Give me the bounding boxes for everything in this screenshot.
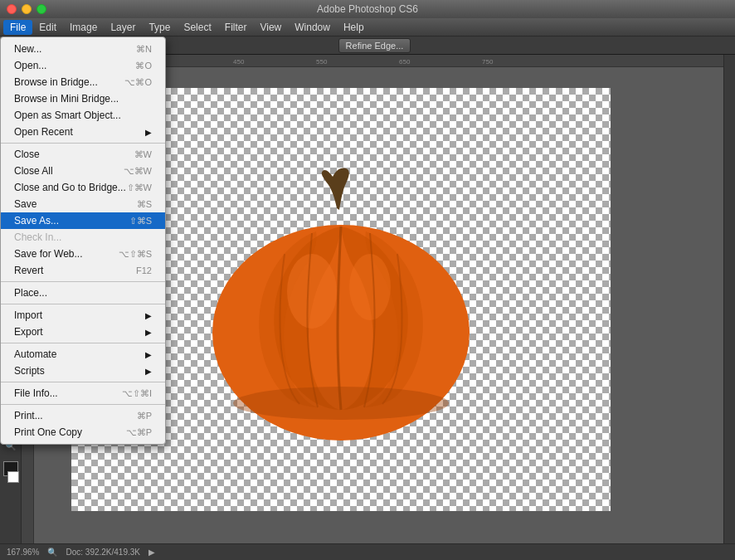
menu-item-automate[interactable]: Automate ▶ bbox=[1, 346, 165, 363]
menu-image[interactable]: Image bbox=[63, 20, 104, 35]
menu-help[interactable]: Help bbox=[337, 20, 371, 35]
menu-layer[interactable]: Layer bbox=[104, 20, 142, 35]
menu-file[interactable]: File bbox=[3, 20, 32, 35]
menu-item-browse-bridge[interactable]: Browse in Bridge... ⌥⌘O bbox=[1, 74, 165, 90]
statusbar: 167.96% 🔍 Doc: 392.2K/419.3K ▶ bbox=[0, 543, 735, 560]
menu-item-open-label: Open... bbox=[14, 60, 46, 71]
maximize-button[interactable] bbox=[37, 4, 46, 14]
menu-item-save-shortcut: ⌘S bbox=[137, 199, 152, 210]
menu-item-open-recent[interactable]: Open Recent ▶ bbox=[1, 124, 165, 140]
menu-item-close-bridge-shortcut: ⇧⌘W bbox=[127, 183, 152, 193]
ruler-tick: 650 bbox=[399, 58, 410, 66]
menu-item-file-info[interactable]: File Info... ⌥⇧⌘I bbox=[1, 385, 165, 402]
export-arrow-icon: ▶ bbox=[145, 328, 152, 337]
window-controls[interactable] bbox=[7, 4, 46, 14]
menu-type[interactable]: Type bbox=[142, 20, 177, 35]
menu-item-open-shortcut: ⌘O bbox=[135, 61, 152, 71]
doc-info: Doc: 392.2K/419.3K bbox=[66, 548, 140, 557]
menu-item-scripts[interactable]: Scripts ▶ bbox=[1, 363, 165, 379]
menubar: File Edit Image Layer Type Select Filter… bbox=[0, 18, 735, 37]
file-dropdown-overlay: New... ⌘N Open... ⌘O Browse in Bridge...… bbox=[0, 37, 166, 445]
separator-6 bbox=[1, 404, 165, 405]
menu-item-close-all-label: Close All bbox=[14, 165, 53, 177]
menu-item-print[interactable]: Print... ⌘P bbox=[1, 407, 165, 424]
background-color[interactable] bbox=[7, 471, 19, 483]
menu-item-print-one[interactable]: Print One Copy ⌥⌘P bbox=[1, 424, 165, 441]
menu-edit[interactable]: Edit bbox=[32, 20, 63, 35]
menu-item-close-shortcut: ⌘W bbox=[134, 149, 152, 160]
menu-item-print-one-shortcut: ⌥⌘P bbox=[126, 427, 152, 438]
titlebar: Adobe Photoshop CS6 bbox=[0, 0, 735, 18]
menu-item-check-in-label: Check In... bbox=[14, 231, 61, 243]
menu-item-new[interactable]: New... ⌘N bbox=[1, 41, 165, 57]
menu-item-scripts-label: Scripts bbox=[14, 365, 45, 377]
zoom-level: 167.96% bbox=[7, 548, 39, 557]
pumpkin-image bbox=[183, 158, 499, 441]
separator-1 bbox=[1, 143, 165, 144]
automate-arrow-icon: ▶ bbox=[145, 350, 152, 359]
import-arrow-icon: ▶ bbox=[145, 311, 152, 320]
window-title: Adobe Photoshop CS6 bbox=[317, 3, 418, 15]
menu-item-place-label: Place... bbox=[14, 287, 47, 299]
ruler-tick: 750 bbox=[482, 58, 493, 66]
menu-item-close-all-shortcut: ⌥⌘W bbox=[124, 166, 152, 177]
menu-item-open-recent-label: Open Recent bbox=[14, 126, 73, 138]
menu-item-save-as-shortcut: ⇧⌘S bbox=[129, 216, 152, 226]
menu-item-close-all[interactable]: Close All ⌥⌘W bbox=[1, 163, 165, 179]
separator-5 bbox=[1, 382, 165, 382]
menu-item-new-label: New... bbox=[14, 43, 41, 55]
menu-item-new-shortcut: ⌘N bbox=[136, 44, 152, 55]
svg-point-2 bbox=[349, 254, 391, 320]
menu-item-mini-bridge[interactable]: Browse in Mini Bridge... bbox=[1, 90, 165, 107]
refine-edge-button[interactable]: Refine Edge... bbox=[338, 38, 411, 53]
menu-item-export[interactable]: Export ▶ bbox=[1, 324, 165, 340]
separator-2 bbox=[1, 281, 165, 282]
menu-item-close-label: Close bbox=[14, 149, 40, 160]
menu-window[interactable]: Window bbox=[288, 20, 337, 35]
menu-item-smart-object-label: Open as Smart Object... bbox=[14, 110, 121, 121]
menu-item-save[interactable]: Save ⌘S bbox=[1, 196, 165, 212]
menu-item-open[interactable]: Open... ⌘O bbox=[1, 57, 165, 74]
zoom-icon: 🔍 bbox=[47, 548, 57, 557]
menu-item-save-web[interactable]: Save for Web... ⌥⇧⌘S bbox=[1, 246, 165, 262]
menu-filter[interactable]: Filter bbox=[218, 20, 254, 35]
menu-item-print-one-label: Print One Copy bbox=[14, 426, 82, 438]
menu-item-close[interactable]: Close ⌘W bbox=[1, 146, 165, 163]
menu-item-browse-bridge-label: Browse in Bridge... bbox=[14, 76, 98, 88]
menu-item-import[interactable]: Import ▶ bbox=[1, 307, 165, 324]
svg-point-1 bbox=[287, 254, 337, 329]
menu-select[interactable]: Select bbox=[177, 20, 217, 35]
menu-item-save-web-shortcut: ⌥⇧⌘S bbox=[119, 249, 152, 260]
menu-item-mini-bridge-label: Browse in Mini Bridge... bbox=[14, 93, 119, 105]
menu-item-revert-shortcut: F12 bbox=[136, 265, 152, 275]
scripts-arrow-icon: ▶ bbox=[145, 367, 152, 376]
menu-item-browse-bridge-shortcut: ⌥⌘O bbox=[124, 77, 152, 88]
minimize-button[interactable] bbox=[22, 4, 32, 14]
menu-view[interactable]: View bbox=[253, 20, 288, 35]
menu-item-revert[interactable]: Revert F12 bbox=[1, 262, 165, 279]
menu-item-print-label: Print... bbox=[14, 410, 43, 421]
menu-item-close-bridge-label: Close and Go to Bridge... bbox=[14, 182, 126, 193]
ruler-tick: 450 bbox=[233, 58, 244, 66]
menu-item-print-shortcut: ⌘P bbox=[137, 411, 152, 421]
menu-item-import-label: Import bbox=[14, 309, 42, 321]
menu-item-close-bridge[interactable]: Close and Go to Bridge... ⇧⌘W bbox=[1, 179, 165, 196]
file-dropdown-menu: New... ⌘N Open... ⌘O Browse in Bridge...… bbox=[0, 37, 166, 445]
open-recent-arrow-icon: ▶ bbox=[145, 128, 152, 137]
menu-item-smart-object[interactable]: Open as Smart Object... bbox=[1, 107, 165, 124]
menu-item-automate-label: Automate bbox=[14, 348, 56, 360]
menu-item-save-web-label: Save for Web... bbox=[14, 248, 82, 260]
menu-item-save-as[interactable]: Save As... ⇧⌘S bbox=[1, 212, 165, 229]
status-arrow[interactable]: ▶ bbox=[148, 548, 155, 557]
menu-item-check-in: Check In... bbox=[1, 229, 165, 246]
separator-3 bbox=[1, 304, 165, 304]
close-button[interactable] bbox=[7, 4, 17, 14]
separator-4 bbox=[1, 343, 165, 343]
menu-item-place[interactable]: Place... bbox=[1, 285, 165, 301]
menu-item-file-info-shortcut: ⌥⇧⌘I bbox=[122, 388, 152, 399]
right-scrollbar[interactable] bbox=[723, 55, 735, 543]
menu-item-revert-label: Revert bbox=[14, 265, 43, 276]
ruler-tick: 550 bbox=[316, 58, 327, 66]
menu-item-export-label: Export bbox=[14, 326, 43, 338]
menu-item-save-as-label: Save As... bbox=[14, 215, 59, 226]
